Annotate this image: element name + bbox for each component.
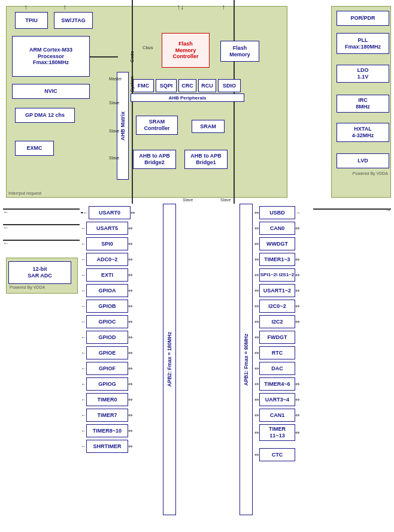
main-region xyxy=(6,6,287,198)
interrupt-label: Interrput request xyxy=(8,191,41,196)
spi1-2-row: ⇔ SPI1~2\ I2S1~2 ⇔ xyxy=(254,268,300,282)
irc-block: IRC 8MHz xyxy=(337,95,389,113)
timer7-row: ← TIMER7 ⇔ xyxy=(81,409,133,422)
arm-processor-block: ARM Cortex-M33 Processor Fmax:180MHz xyxy=(12,36,90,77)
adc02-row: ← ADC0~2 ⇔ xyxy=(81,253,133,266)
timer0-row: ← TIMER0 ⇔ xyxy=(81,393,133,406)
pll-block: PLL Fmax:180MHz xyxy=(337,33,389,54)
usart1-2-row: ⇔ USART1~2 ⇔ xyxy=(254,284,300,297)
slave-label1: Slave xyxy=(109,101,120,105)
slave-apb2: Slave xyxy=(183,198,193,202)
exti-row: ← EXTI ⇔ xyxy=(81,268,133,282)
gpioa-row: ← GPIOA ⇔ xyxy=(81,284,133,297)
adc-sar-block: 12-bit SAR ADC xyxy=(8,261,71,284)
uart3-4-row: ⇔ UART3~4 ⇔ xyxy=(254,393,300,406)
adc-powered-label: Powered By VDDA xyxy=(10,285,45,289)
rtc-row: ⇔ RTC xyxy=(254,346,295,359)
timer4-6-row: ⇔ TIMER4~6 ⇔ xyxy=(254,377,300,391)
exmc-block: EXMC xyxy=(15,141,54,156)
vertical-line-right xyxy=(234,0,235,204)
arrow-up-flash: ↑↓ xyxy=(177,3,184,11)
gpiod-row: ← GPIOD ⇔ xyxy=(81,331,133,344)
fwdgt-row: ⇔ FWDGT xyxy=(254,331,295,344)
i2c2-row: ⇔ I2C2 ⇔ xyxy=(254,315,300,328)
timer1-3-row: ⇔ TIMER1~3 ⇔ xyxy=(254,253,300,266)
gpioe-row: ← GPIOE ⇔ xyxy=(81,346,133,359)
ext-line-usart5 xyxy=(3,224,80,225)
usbd-row: ⇔ USBD → xyxy=(254,206,301,219)
timer8-10-row: ← TIMER8~10 ⇔ xyxy=(81,424,133,437)
crc-block: CRC xyxy=(178,79,196,92)
ext-arrow-spi0-l: ← xyxy=(3,240,9,246)
flash-memory-block: Flash Memory xyxy=(220,41,259,62)
ext-line-usbd-r xyxy=(313,208,391,210)
ext-line-usart0 xyxy=(3,208,80,210)
sqpi-block: SQPI xyxy=(156,79,177,92)
nvic-block: NVIC xyxy=(12,84,90,99)
ext-arrow-usart0-l: ← xyxy=(3,208,9,215)
dac-row: ⇔ DAC xyxy=(254,362,295,375)
slave-label3: Slave xyxy=(109,156,120,160)
can1-row: ⇔ CAN1 ⇔ xyxy=(254,409,300,422)
gpiog-row: ← GPIOG ⇔ xyxy=(81,377,133,391)
ldo-block: LDO 1.1V xyxy=(337,65,389,83)
sw-jtag-block: SW/JTAG xyxy=(54,12,93,29)
ext-arrow-usart5-l: ← xyxy=(3,224,9,231)
lvd-block: LVD xyxy=(337,153,389,168)
spi0-row: ← SPI0 ⇔ xyxy=(81,237,133,250)
flash-controller-block: Flash Memory Controller xyxy=(162,33,210,68)
master-label1: Master xyxy=(109,77,122,81)
apb1-bus: APB1: Fmax = 90MHz xyxy=(240,204,253,515)
gpiob-row: ← GPIOB ⇔ xyxy=(81,300,133,313)
ahb-peripherals-label: AHB Peripherals xyxy=(131,93,244,102)
gp-dma-block: GP DMA 12 chs xyxy=(15,108,75,123)
arrow-up-flash2: ↑ xyxy=(222,3,225,11)
arrow-up-tpiu: ↑ xyxy=(24,3,28,11)
sram-block: SRAM xyxy=(192,120,225,133)
vertical-line-left xyxy=(132,0,133,204)
i2c0-2-row: ⇔ I2C0~2 ⇔ xyxy=(254,300,300,313)
system-label: System xyxy=(128,69,136,99)
shrtimer-row: ← SHRTIMER ⇔ xyxy=(81,440,133,453)
apb2-bus: APB2: Fmax = 180MHz xyxy=(163,204,176,515)
block-diagram: TPIU SW/JTAG ARM Cortex-M33 Processor Fm… xyxy=(0,0,394,532)
ahb-apb-bridge1-block: AHB to APB Bridge1 xyxy=(184,150,228,169)
rcu-block: RCU xyxy=(198,79,216,92)
por-pdr-block: POR/PDR xyxy=(337,11,389,26)
tpiu-block: TPIU xyxy=(15,12,48,29)
arrow-up-jtag: ↑ xyxy=(63,3,66,11)
usart5-row: ← USART5 ⇔ xyxy=(81,222,133,235)
ext-line-spi0 xyxy=(3,240,80,241)
powered-label: Powered By VDDA xyxy=(353,171,388,176)
wwdgt-row: ⇔ WWDGT xyxy=(254,237,295,250)
gpioc-row: ← GPIOC ⇔ xyxy=(81,315,133,328)
sdio-block: SDIO xyxy=(218,79,241,92)
ahb-apb-bridge2-block: AHB to APB Bridge2 xyxy=(133,150,176,169)
fmc-block: FMC xyxy=(133,79,154,92)
gpiof-row: ← GPIOF ⇔ xyxy=(81,362,133,375)
timer11-13-row: ⇔ TIMER 11~13 ⇔ xyxy=(254,424,300,441)
ext-arrow-usbd-r: → xyxy=(385,207,391,213)
cbus-label: Cbus xyxy=(143,45,153,50)
can0-row: ⇔ CAN0 ⇔ xyxy=(254,222,300,235)
slave-apb1: Slave xyxy=(220,198,231,202)
ctc-row: ⇔ CTC xyxy=(254,448,295,461)
usart0-row: ← USART0 ⇔ xyxy=(81,206,135,219)
sram-controller-block: SRAM Controller xyxy=(136,116,178,135)
ahb-matrix-block: AHB Matrix xyxy=(117,72,129,180)
line-arm-ahb xyxy=(90,56,118,58)
hxtal-block: HXTAL 4-32MHz xyxy=(337,123,389,142)
slave-label2: Slave xyxy=(109,129,120,133)
